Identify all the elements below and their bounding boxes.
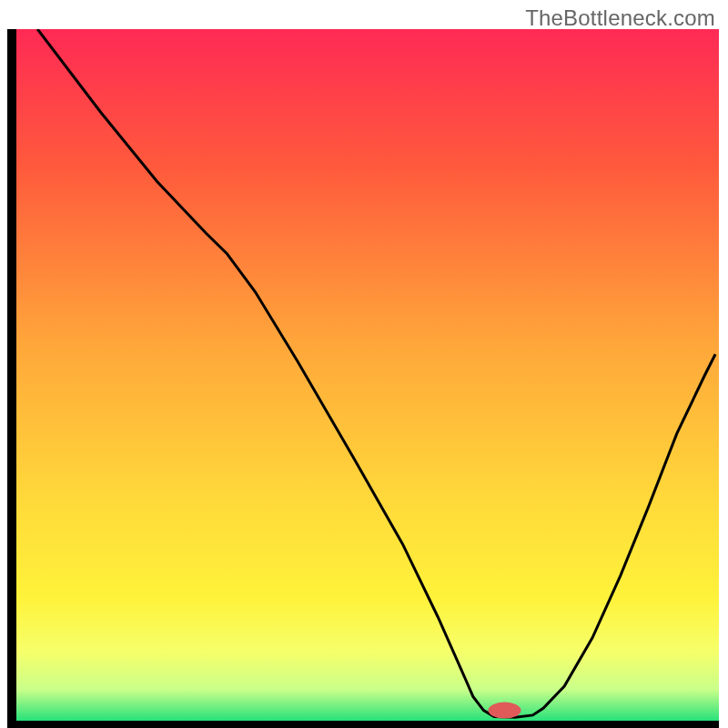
chart-svg xyxy=(0,0,728,728)
chart-container: TheBottleneck.com xyxy=(0,0,728,728)
chart-background xyxy=(16,29,719,721)
chart-marker xyxy=(489,703,521,719)
watermark-text: TheBottleneck.com xyxy=(525,5,715,31)
